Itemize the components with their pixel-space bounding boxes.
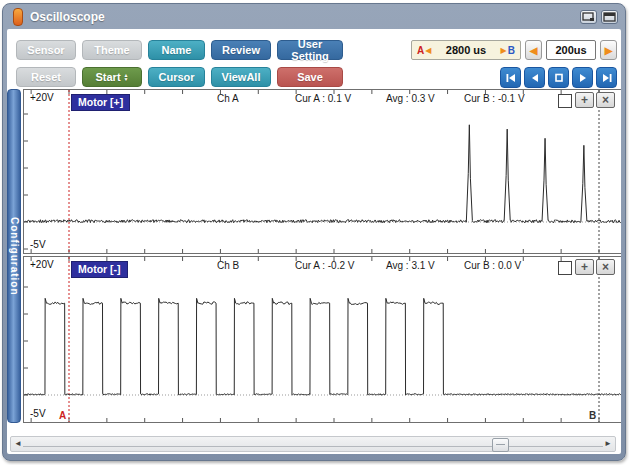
channel-a-name: Ch A [217,93,239,104]
stop-button[interactable] [548,67,569,88]
titlebar-buttons [580,10,618,24]
sensor-button[interactable]: Sensor [16,40,76,60]
horizontal-scrollbar[interactable]: ◄ ► [10,436,616,452]
volt-bottom-label-a: -5V [30,239,46,250]
channel-b-checkbox[interactable] [558,261,572,275]
app-icon [13,8,23,26]
viewall-button[interactable]: ViewAll [211,67,271,87]
skip-to-start-button[interactable] [500,67,521,88]
channel-a-checkbox[interactable] [558,94,572,108]
cursor-b-label: B [508,45,515,56]
channel-b-close-button[interactable]: × [596,259,615,275]
skip-to-end-icon [601,73,613,83]
cursor-a-arrow-icon: ◀ [425,46,431,55]
waveform-ch-a [24,90,621,253]
timebase-increase-button[interactable]: ▶ [600,40,617,60]
time-controls: A ◀ 2800 us ▶ B ◀ 200us ▶ [411,40,617,60]
scroll-right-icon[interactable]: ► [604,439,612,448]
window-content: Sensor Theme Name Review User Setting Re… [7,29,621,454]
reset-button[interactable]: Reset [16,67,76,87]
configuration-tab-label: Configuration [9,217,20,296]
channel-a-cur-a: Cur A : 0.1 V [295,93,351,104]
cursor-b-arrow-icon: ▶ [501,46,507,55]
channel-b-avg: Avg : 3.1 V [386,260,435,271]
channel-b-cur-a: Cur A : -0.2 V [295,260,354,271]
name-button[interactable]: Name [148,40,205,60]
theme-button[interactable]: Theme [82,40,142,60]
cursor-button[interactable]: Cursor [148,67,205,87]
toolbar-row-1: Sensor Theme Name Review User Setting [16,40,343,60]
waveform-ch-b [24,257,621,422]
channel-a-close-button[interactable]: × [596,92,615,108]
ab-range-value: 2800 us [446,44,486,56]
window-title: Oscilloscope [30,10,105,24]
channel-b-zoom-button[interactable]: + [575,259,594,275]
channel-b-badge[interactable]: Motor [-] [71,261,128,278]
review-button[interactable]: Review [211,40,271,60]
transport-controls [500,67,617,88]
scope-panel-ch-b: +20V Motor [-] Ch B Cur A : -0.2 V Avg :… [23,256,621,423]
start-button[interactable]: Start ▲ ▼ [82,67,142,87]
stop-icon [553,73,565,83]
channel-a-badge[interactable]: Motor [+] [71,94,130,111]
play-icon [577,73,589,83]
display-icon [582,12,595,22]
titlebar: Oscilloscope [7,6,621,28]
scope-panel-ch-a: +20V Motor [+] Ch A Cur A : 0.1 V Avg : … [23,89,621,254]
display-window-button[interactable] [580,10,597,24]
channel-a-avg: Avg : 0.3 V [386,93,435,104]
oscilloscope-window: Oscilloscope Sensor Theme Name Review [2,3,626,461]
window-icon [603,12,616,22]
start-spinner-icon: ▲ ▼ [124,73,129,81]
configuration-tab[interactable]: Configuration [7,89,21,423]
scrollbar-thumb[interactable] [492,438,509,452]
timebase-value: 200us [546,40,596,60]
ab-range-box: A ◀ 2800 us ▶ B [411,40,521,60]
cursor-a-marker[interactable]: A [59,410,66,421]
screen: Oscilloscope Sensor Theme Name Review [0,0,629,465]
start-button-label: Start [95,71,120,83]
scrollbar-track[interactable] [23,446,603,447]
timebase-decrease-button[interactable]: ◀ [525,40,542,60]
skip-to-end-button[interactable] [596,67,617,88]
channel-a-cur-b: Cur B : -0.1 V [464,93,525,104]
volt-bottom-label-b: -5V [30,408,46,419]
cursor-a-label: A [417,45,424,56]
skip-to-start-icon [505,73,517,83]
channel-b-name: Ch B [217,260,239,271]
save-button[interactable]: Save [277,67,343,87]
volt-top-label-b: +20V [30,259,54,270]
cursor-b-marker[interactable]: B [589,410,596,421]
scroll-left-icon[interactable]: ◄ [14,439,22,448]
user-setting-button[interactable]: User Setting [277,40,343,60]
play-button[interactable] [572,67,593,88]
volt-top-label-a: +20V [30,92,54,103]
step-back-icon [529,73,541,83]
channel-b-cur-b: Cur B : 0.0 V [464,260,521,271]
channel-a-zoom-button[interactable]: + [575,92,594,108]
step-back-button[interactable] [524,67,545,88]
minimize-window-button[interactable] [601,10,618,24]
toolbar-row-2: Reset Start ▲ ▼ Cursor ViewAll Save [16,67,343,87]
